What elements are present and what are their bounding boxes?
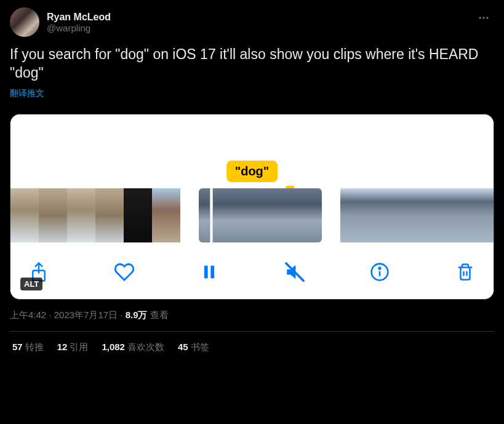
bookmarks-count: 45 <box>178 342 188 352</box>
likes-label: 喜欢次数 <box>127 342 164 352</box>
engagement-stats: 57转推 12引用 1,082喜欢次数 45书签 <box>10 332 494 353</box>
tweet-header: Ryan McLeod @warpling <box>10 7 494 37</box>
svg-point-9 <box>379 267 381 269</box>
user-info: Ryan McLeod @warpling <box>47 7 111 37</box>
svg-rect-5 <box>211 265 215 278</box>
media-attachment[interactable]: "dog" <box>10 114 494 300</box>
quotes-stat[interactable]: 12引用 <box>57 342 89 353</box>
user-handle[interactable]: @warpling <box>47 23 111 33</box>
clip-group-1 <box>10 188 180 242</box>
svg-rect-4 <box>204 265 208 278</box>
clip-thumbnail <box>397 188 425 242</box>
clip-group-2-active <box>199 188 322 242</box>
retweets-count: 57 <box>12 342 23 352</box>
bookmarks-stat[interactable]: 45书签 <box>178 342 209 353</box>
pause-button[interactable] <box>198 261 220 283</box>
clip-thumbnail <box>10 188 39 242</box>
ios-video-toolbar <box>10 250 494 299</box>
views-count: 8.9万 <box>126 310 148 320</box>
clip-thumbnail <box>454 188 482 242</box>
timestamp-row: 上午4:42 · 2023年7月17日 · 8.9万 查看 <box>10 310 494 332</box>
clip-thumbnail <box>124 188 152 242</box>
clip-thumbnail <box>95 188 124 242</box>
like-button[interactable] <box>113 261 135 283</box>
clip-group-3 <box>340 188 494 242</box>
tweet-container: Ryan McLeod @warpling If you search for … <box>0 0 504 361</box>
svg-point-1 <box>482 17 484 18</box>
avatar[interactable] <box>10 7 39 37</box>
svg-point-0 <box>479 17 481 18</box>
tweet-date[interactable]: 2023年7月17日 <box>54 310 118 320</box>
delete-button[interactable] <box>454 261 476 283</box>
playhead-indicator[interactable] <box>210 188 213 242</box>
retweets-stat[interactable]: 57转推 <box>12 342 44 353</box>
clip-thumbnail <box>67 188 95 242</box>
display-name[interactable]: Ryan McLeod <box>47 12 111 23</box>
tweet-text: If you search for "dog" on iOS 17 it'll … <box>10 46 494 82</box>
video-scrubber-filmstrip[interactable] <box>10 182 494 250</box>
more-options-button[interactable] <box>473 7 494 28</box>
clip-thumbnail <box>340 188 369 242</box>
quotes-label: 引用 <box>70 342 88 352</box>
clip-thumbnail <box>152 188 180 242</box>
views-label: 查看 <box>150 310 169 320</box>
clip-thumbnail <box>260 188 322 242</box>
clip-thumbnail <box>39 188 67 242</box>
likes-stat[interactable]: 1,082喜欢次数 <box>102 342 164 353</box>
tweet-time[interactable]: 上午4:42 <box>10 310 46 320</box>
search-match-label: "dog" <box>226 161 278 182</box>
clip-thumbnail <box>369 188 397 242</box>
clip-thumbnail <box>425 188 454 242</box>
mute-button[interactable] <box>284 261 306 283</box>
info-button[interactable] <box>369 261 391 283</box>
alt-text-badge[interactable]: ALT <box>20 278 42 290</box>
retweets-label: 转推 <box>25 342 44 352</box>
clip-thumbnail <box>482 188 494 242</box>
svg-point-2 <box>486 17 488 18</box>
bookmarks-label: 书签 <box>191 342 209 352</box>
media-header-area: "dog" <box>10 114 494 182</box>
translate-link[interactable]: 翻译推文 <box>10 88 44 99</box>
clip-thumbnail <box>199 188 260 242</box>
likes-count: 1,082 <box>102 342 125 352</box>
quotes-count: 12 <box>57 342 68 352</box>
